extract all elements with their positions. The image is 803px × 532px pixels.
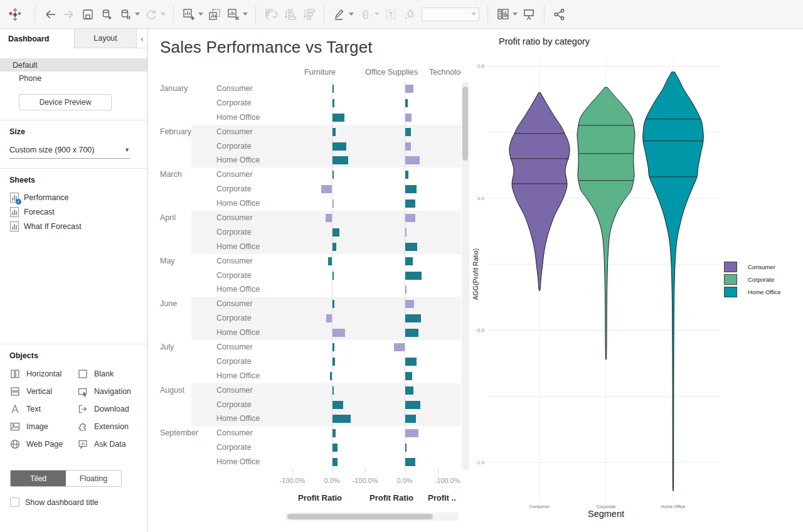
bar-mark[interactable] (405, 415, 416, 423)
collapse-pane-chevron-icon[interactable]: ‹ (137, 29, 147, 48)
bar-mark[interactable] (332, 228, 339, 237)
save-icon[interactable] (78, 4, 97, 24)
bar-mark[interactable] (405, 386, 413, 395)
sheet-item-forecast[interactable]: Forecast (0, 205, 147, 219)
bar-mark[interactable] (405, 114, 412, 122)
bar-mark[interactable] (405, 85, 413, 93)
violin-consumer[interactable] (509, 93, 570, 291)
undo-icon[interactable] (41, 4, 60, 24)
sheet-item-what-if-forecast[interactable]: What If Forecast (0, 219, 147, 233)
axis-title-office-supplies[interactable]: Profit Ratio (360, 493, 423, 503)
bar-mark[interactable] (332, 429, 336, 437)
tiled-button[interactable]: Tiled (11, 471, 66, 486)
floating-button[interactable]: Floating (66, 471, 121, 486)
object-item-extension[interactable]: Extension (77, 418, 147, 435)
object-item-vertical[interactable]: Vertical (9, 383, 77, 400)
tab-dashboard[interactable]: Dashboard (0, 29, 74, 48)
highlight-caret[interactable] (349, 4, 356, 24)
object-item-navigation[interactable]: Navigation (77, 383, 147, 400)
new-data-source-icon[interactable] (97, 4, 116, 24)
object-item-image[interactable]: Image (9, 418, 77, 435)
violin-corporate[interactable] (577, 87, 635, 359)
bar-mark[interactable] (332, 114, 344, 122)
bar-mark[interactable] (405, 185, 417, 193)
object-item-blank[interactable]: Blank (77, 365, 147, 383)
violin-home-office[interactable] (643, 72, 704, 491)
highlight-icon[interactable] (330, 4, 349, 24)
bar-mark[interactable] (328, 257, 332, 265)
bar-mark[interactable] (405, 200, 415, 208)
bar-mark[interactable] (332, 386, 334, 395)
bar-mark[interactable] (332, 300, 334, 308)
bar-mark[interactable] (330, 372, 332, 380)
bar-mark[interactable] (405, 300, 414, 308)
bar-mark[interactable] (405, 257, 413, 265)
bar-mark[interactable] (332, 156, 348, 164)
device-preview-button[interactable]: Device Preview (19, 94, 112, 110)
bar-mark[interactable] (332, 329, 345, 337)
bar-mark[interactable] (332, 171, 334, 179)
bar-mark[interactable] (405, 329, 418, 337)
object-item-text[interactable]: Text (9, 400, 77, 418)
object-item-download[interactable]: Download (77, 400, 147, 418)
bar-mark[interactable] (332, 444, 338, 452)
object-item-horizontal[interactable]: Horizontal (9, 365, 77, 383)
bar-mark[interactable] (405, 142, 411, 151)
new-worksheet-icon[interactable] (179, 4, 198, 24)
bar-mark[interactable] (405, 358, 417, 366)
bar-mark[interactable] (405, 458, 415, 466)
bar-mark[interactable] (405, 128, 411, 136)
show-hide-cards-icon[interactable] (494, 4, 513, 24)
size-dropdown[interactable]: Custom size (900 x 700) ▼ (9, 146, 130, 159)
horizontal-scrollbar-thumb[interactable] (287, 514, 433, 519)
bar-mark[interactable] (321, 185, 332, 193)
clear-sheet-caret[interactable] (243, 4, 250, 24)
bar-mark[interactable] (405, 401, 420, 409)
bar-mark[interactable] (405, 228, 407, 237)
bar-mark[interactable] (405, 214, 415, 222)
bar-mark[interactable] (332, 128, 336, 136)
new-worksheet-caret[interactable] (198, 4, 205, 24)
bar-mark[interactable] (394, 343, 405, 351)
object-item-web-page[interactable]: Web Page (9, 435, 77, 453)
bar-mark[interactable] (332, 401, 343, 409)
bar-mark[interactable] (332, 200, 334, 208)
device-item-default[interactable]: Default (0, 58, 147, 72)
pause-auto-updates-icon[interactable] (116, 4, 135, 24)
show-hide-cards-caret[interactable] (513, 4, 519, 24)
bar-mark[interactable] (332, 142, 346, 151)
bar-mark[interactable] (332, 415, 351, 423)
bar-mark[interactable] (326, 214, 332, 222)
axis-title-technology[interactable]: Profit .. (428, 493, 468, 503)
device-item-phone[interactable]: Phone (0, 72, 147, 85)
bar-mark[interactable] (405, 285, 407, 294)
share-icon[interactable] (550, 4, 569, 24)
pause-auto-updates-caret[interactable] (135, 4, 142, 24)
show-dashboard-title-checkbox[interactable] (10, 497, 19, 507)
bar-mark[interactable] (326, 314, 332, 322)
bar-mark[interactable] (332, 358, 335, 366)
bar-mark[interactable] (405, 156, 420, 164)
bar-mark[interactable] (332, 243, 336, 251)
bar-mark[interactable] (332, 99, 334, 107)
bar-mark[interactable] (405, 99, 408, 107)
bar-mark[interactable] (332, 272, 334, 280)
axis-tick (405, 469, 405, 472)
bar-mark[interactable] (405, 272, 422, 280)
bar-mark[interactable] (332, 85, 334, 93)
bar-mark[interactable] (332, 343, 334, 351)
bar-mark[interactable] (405, 243, 417, 251)
tab-layout[interactable]: Layout (74, 29, 137, 48)
sheet-item-performance[interactable]: ✓Performance (0, 190, 147, 205)
bar-mark[interactable] (405, 429, 418, 437)
bar-mark[interactable] (405, 314, 421, 322)
bar-mark[interactable] (405, 444, 407, 452)
axis-title-furniture[interactable]: Profit Ratio (289, 493, 351, 503)
clear-sheet-icon[interactable] (224, 4, 243, 24)
presentation-mode-icon[interactable] (519, 4, 538, 24)
bar-mark[interactable] (332, 458, 338, 466)
bar-mark[interactable] (405, 372, 412, 380)
duplicate-sheet-icon[interactable] (205, 4, 224, 24)
bar-mark[interactable] (405, 171, 408, 179)
object-item-ask-data[interactable]: Ask Data (77, 435, 147, 453)
